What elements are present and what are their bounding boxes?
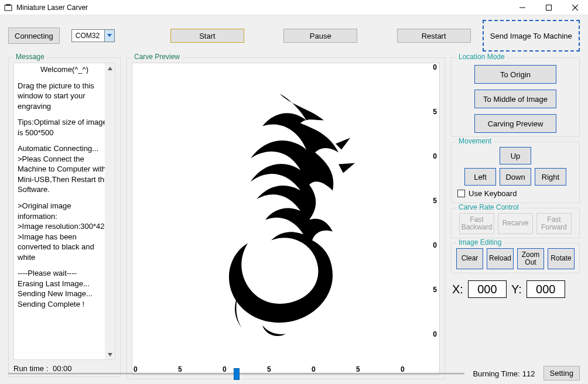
- y-label: Y:: [511, 283, 522, 296]
- x-value: 000: [468, 280, 507, 298]
- carve-preview-legend: Carve Preview: [132, 53, 182, 61]
- movement-legend: Movement: [456, 137, 494, 145]
- to-origin-button[interactable]: To Origin: [474, 65, 556, 84]
- message-textarea[interactable]: Welcome(^_^) Drag the picture to this wi…: [13, 63, 115, 360]
- carve-preview-panel: Carve Preview: [127, 57, 445, 379]
- carve-rate-legend: Carve Rate Control: [456, 203, 521, 211]
- svg-marker-6: [107, 34, 112, 37]
- close-button[interactable]: [562, 0, 588, 15]
- connect-button[interactable]: Connecting: [8, 28, 60, 44]
- move-up-button[interactable]: Up: [500, 147, 531, 164]
- location-mode-panel: Location Mode To Origin To Middle of Ima…: [451, 57, 580, 137]
- carve-preview-canvas[interactable]: 0 5 0 5 0 5 0 0 5 0 5 0: [132, 63, 440, 375]
- app-icon: [4, 3, 13, 12]
- top-toolbar: Connecting COM32 Start Pause Restart Sen…: [8, 20, 580, 52]
- zoom-out-button[interactable]: Zoom Out: [517, 248, 544, 269]
- image-editing-panel: Image Editing Clear Reload Zoom Out Rota…: [451, 243, 580, 273]
- movement-panel: Movement Up Left Down Right Use Keyboard: [451, 142, 580, 203]
- y-value: 000: [527, 280, 565, 298]
- use-keyboard-checkbox[interactable]: Use Keyboard: [457, 189, 575, 198]
- ruler-right: 0 5 0 5 0 5 0: [428, 63, 439, 363]
- titlebar: Miniature Laser Carver: [0, 0, 588, 15]
- burning-time-slider[interactable]: [8, 366, 464, 380]
- send-image-button[interactable]: Send Image To Machine: [483, 20, 580, 52]
- svg-rect-1: [6, 4, 11, 6]
- fast-backward-button[interactable]: Fast Backward: [459, 213, 494, 234]
- pause-button[interactable]: Pause: [283, 29, 357, 43]
- svg-marker-8: [108, 353, 112, 356]
- restart-button[interactable]: Restart: [397, 29, 471, 43]
- svg-rect-0: [5, 5, 12, 11]
- setting-button[interactable]: Setting: [543, 366, 580, 380]
- port-select-value: COM32: [72, 32, 104, 40]
- to-middle-button[interactable]: To Middle of Image: [474, 90, 556, 108]
- reload-button[interactable]: Reload: [487, 248, 514, 269]
- carving-preview-button[interactable]: Carving Preview: [474, 114, 556, 133]
- checkbox-icon: [457, 190, 465, 197]
- scroll-down-icon[interactable]: [105, 349, 115, 359]
- move-down-button[interactable]: Down: [500, 168, 531, 186]
- bottom-bar: Burning Time: 112 Setting: [8, 366, 580, 380]
- chevron-down-icon: [104, 30, 114, 42]
- maximize-button[interactable]: [535, 0, 562, 15]
- carve-rate-panel: Carve Rate Control Fast Backward Recarve…: [451, 208, 580, 238]
- message-legend: Message: [13, 53, 47, 61]
- minimize-button[interactable]: [509, 0, 535, 15]
- port-select[interactable]: COM32: [71, 29, 115, 42]
- recarve-button[interactable]: Recarve: [498, 213, 533, 234]
- scrollbar[interactable]: [105, 63, 115, 359]
- move-left-button[interactable]: Left: [464, 168, 496, 186]
- x-label: X:: [452, 283, 463, 296]
- image-editing-legend: Image Editing: [456, 238, 504, 246]
- scroll-up-icon[interactable]: [105, 63, 115, 73]
- rotate-button[interactable]: Rotate: [548, 248, 575, 269]
- window-title: Miniature Laser Carver: [16, 4, 509, 12]
- svg-marker-7: [108, 67, 112, 70]
- coordinates-display: X: 000 Y: 000: [451, 280, 580, 298]
- message-panel: Message Welcome(^_^) Drag the picture to…: [8, 57, 121, 377]
- fast-forward-button[interactable]: Fast Forward: [536, 213, 572, 234]
- burning-time-label: Burning Time: 112: [473, 368, 535, 378]
- move-right-button[interactable]: Right: [535, 168, 566, 186]
- clear-button[interactable]: Clear: [456, 248, 483, 269]
- slider-thumb[interactable]: [234, 368, 240, 380]
- start-button[interactable]: Start: [170, 29, 244, 43]
- svg-rect-3: [546, 5, 551, 10]
- preview-image: [192, 88, 368, 338]
- location-mode-legend: Location Mode: [456, 53, 507, 61]
